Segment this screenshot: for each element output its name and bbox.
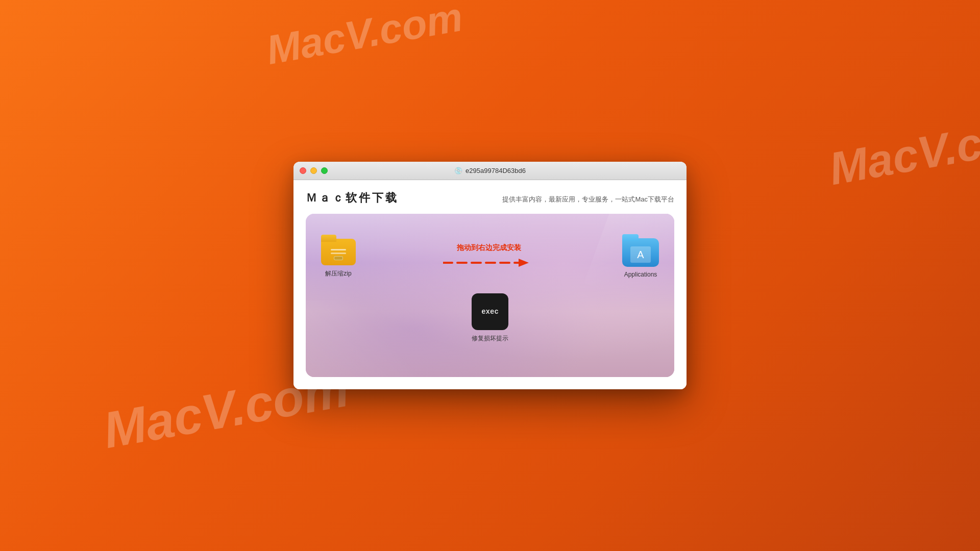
zip-label: 解压缩zip <box>325 269 351 278</box>
header-row: Ｍａｃ软件下载 提供丰富内容，最新应用，专业服务，一站式Mac下载平台 <box>306 190 674 206</box>
app-subtitle: 提供丰富内容，最新应用，专业服务，一站式Mac下载平台 <box>502 195 674 204</box>
zip-icon <box>321 235 356 265</box>
applications-folder-icon: A <box>622 234 659 267</box>
svg-marker-1 <box>519 259 529 267</box>
maximize-button[interactable] <box>321 167 328 174</box>
app-title: Ｍａｃ软件下载 <box>306 190 399 206</box>
title-bar: 💿 e295a99784D63bd6 <box>293 162 687 180</box>
drag-row: 解压缩zip 拖动到右边完成安装 <box>321 234 659 278</box>
close-button[interactable] <box>300 167 306 174</box>
applications-label: Applications <box>624 271 657 278</box>
zip-icon-wrap: 解压缩zip <box>321 235 356 278</box>
exec-text: exec <box>481 308 499 316</box>
traffic-lights <box>300 167 328 174</box>
title-disk-icon: 💿 <box>454 167 462 174</box>
install-content: 解压缩zip 拖动到右边完成安装 <box>306 214 674 358</box>
install-area: 解压缩zip 拖动到右边完成安装 <box>306 214 674 377</box>
exec-icon: exec <box>472 293 508 330</box>
mac-window: 💿 e295a99784D63bd6 Ｍａｃ软件下载 提供丰富内容，最新应用，专… <box>293 162 687 389</box>
arrow-svg <box>443 257 535 269</box>
minimize-button[interactable] <box>310 167 317 174</box>
arrow-container: 拖动到右边完成安装 <box>356 241 622 271</box>
exec-label: 修复损坏提示 <box>472 334 508 343</box>
window-content: Ｍａｃ软件下载 提供丰富内容，最新应用，专业服务，一站式Mac下载平台 <box>293 180 687 389</box>
apps-a-letter: A <box>637 249 644 261</box>
window-title: e295a99784D63bd6 <box>465 167 526 174</box>
applications-icon-wrap: A Applications <box>622 234 659 278</box>
drag-label: 拖动到右边完成安装 <box>457 243 521 253</box>
watermark-right: MacV.co <box>825 112 980 195</box>
zip-folder-tab <box>321 235 336 242</box>
window-title-area: 💿 e295a99784D63bd6 <box>454 167 526 174</box>
watermark-top: MacV.com <box>263 0 466 74</box>
bottom-row: exec 修复损坏提示 <box>321 293 659 343</box>
apps-folder-inner: A <box>630 246 651 263</box>
exec-section: exec 修复损坏提示 <box>472 293 508 343</box>
apps-folder-tab <box>622 234 639 241</box>
